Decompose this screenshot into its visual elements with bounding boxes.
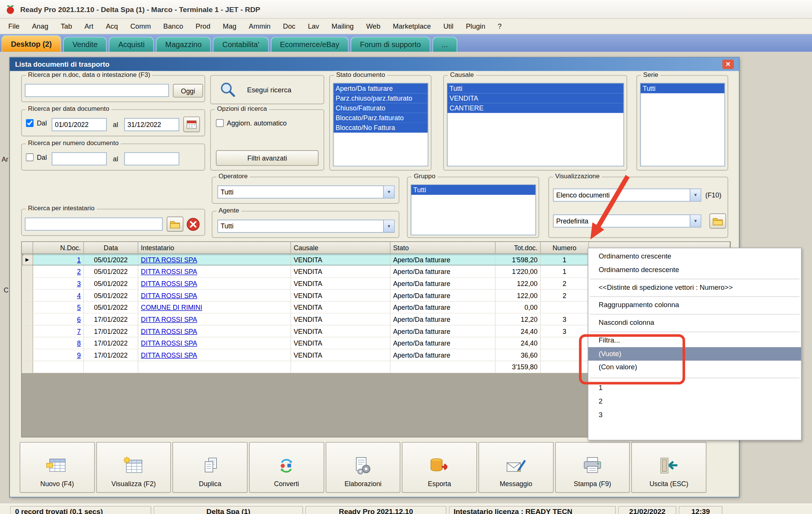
menu-item[interactable]: Comm [124,20,157,32]
doc-number-link[interactable]: 6 [77,315,81,323]
header-data[interactable]: Data [84,242,138,254]
list-option[interactable]: Chiuso/Fatturato [334,103,428,113]
esporta-button[interactable]: Esporta [402,442,477,493]
list-option[interactable]: VENDITA [447,93,624,103]
tab[interactable]: Forum di supporto [351,37,430,52]
dialog-titlebar[interactable]: Lista documenti di trasporto ✕ [10,58,739,71]
dal-checkbox[interactable] [26,119,34,127]
tab[interactable]: ... [432,37,457,52]
row-selector-cell[interactable] [22,278,33,290]
header-ndoc[interactable]: N.Doc. [33,242,84,254]
dal-checkbox-row[interactable]: Dal [26,119,47,127]
messaggio-button[interactable]: Messaggio [479,442,554,493]
row-selector-cell[interactable] [22,266,33,278]
row-selector-cell[interactable] [22,301,33,314]
context-menu-item[interactable] [588,294,801,298]
context-menu-item[interactable]: Ordinamento crescente [588,250,801,263]
elaborazioni-button[interactable]: Elaborazioni [325,442,400,493]
predefinita-select[interactable]: Predefinita ▼ [553,214,701,227]
menu-item[interactable]: Plugin [459,20,491,32]
intestatario-link[interactable]: DITTA ROSSI SPA [141,339,197,347]
intestatario-link[interactable]: DITTA ROSSI SPA [141,280,197,288]
menu-item[interactable]: Lav [302,20,325,32]
visualizzazione-select[interactable]: Elenco documenti ▼ [553,189,701,202]
agente-select[interactable]: Tutti ▼ [218,220,395,233]
chevron-down-icon[interactable]: ▼ [690,189,701,201]
row-selector-cell[interactable]: ▶ [22,254,33,266]
menu-item[interactable]: Web [360,20,387,32]
tab[interactable]: Vendite [63,37,107,52]
dal-checkbox-row[interactable]: Dal [26,153,47,161]
chevron-down-icon[interactable]: ▼ [383,220,394,232]
context-menu-item[interactable]: Nascondi colonna [588,316,801,330]
menu-item[interactable]: Mag [217,20,243,32]
doc-number-link[interactable]: 8 [77,339,81,347]
doc-number-link[interactable]: 7 [77,327,81,335]
serie-listbox[interactable]: Tutti [640,83,725,166]
list-option[interactable]: Bloccato/No Fattura [334,123,428,133]
filtri-avanzati-button[interactable]: Filtri avanzati [216,150,318,166]
doc-number-link[interactable]: 1 [77,256,81,264]
row-selector-cell[interactable] [22,326,33,338]
row-selector-cell[interactable] [22,290,33,302]
open-layout-button[interactable] [710,214,726,229]
context-menu-item[interactable]: Raggruppamento colonna [588,298,801,312]
tab[interactable]: Ecommerce/eBay [271,37,349,52]
aggiorn-automatico-checkbox[interactable] [216,119,224,127]
intestatario-link[interactable]: DITTA ROSSI SPA [141,351,197,359]
row-selector-cell[interactable] [22,349,33,361]
menu-item[interactable]: Acq [99,20,124,32]
list-option[interactable]: Parz.chiuso/parz.fatturato [334,93,428,103]
duplica-button[interactable]: Duplica [172,442,247,493]
clear-intestatario-button[interactable] [185,217,201,232]
header-numero[interactable]: Numero [541,242,589,254]
doc-number-link[interactable]: 9 [77,351,81,359]
dal-checkbox[interactable] [26,153,34,161]
list-option[interactable]: Tutti [411,185,536,195]
tab[interactable]: Acquisti [109,37,154,52]
visualizza-button[interactable]: Visualizza (F2) [96,442,171,493]
uscita-button[interactable]: Uscita (ESC) [632,442,707,493]
number-to-input[interactable] [124,152,179,165]
tab[interactable]: Magazzino [156,37,211,52]
browse-intestatario-button[interactable] [167,217,183,232]
intestatario-input[interactable] [25,218,163,231]
intestatario-link[interactable]: DITTA ROSSI SPA [141,268,197,275]
number-from-input[interactable] [52,152,107,165]
context-menu-item[interactable] [588,277,801,281]
context-menu-item[interactable]: (Vuote) [588,347,801,361]
context-menu-item[interactable]: <<Distinte di spedizione vettori : Numer… [588,281,801,294]
row-selector-cell[interactable] [22,337,33,349]
context-menu-item[interactable]: 1 [588,381,801,395]
menu-item[interactable]: Prod [189,20,217,32]
menu-item[interactable]: File [2,20,26,32]
menu-item[interactable]: Marketplace [387,20,437,32]
causale-listbox[interactable]: TuttiVENDITACANTIERE [447,83,624,166]
context-menu-item[interactable]: Ordinamento decrescente [588,263,801,277]
close-icon[interactable]: ✕ [722,60,734,69]
oggi-button[interactable]: Oggi [173,84,203,98]
doc-search-input[interactable] [25,84,169,97]
intestatario-link[interactable]: COMUNE DI RIMINI [141,303,202,311]
menu-item[interactable]: Banco [157,20,189,32]
converti-button[interactable]: Converti [249,442,324,493]
gruppo-listbox[interactable]: Tutti [411,185,536,236]
calendar-button[interactable] [183,116,200,132]
list-option[interactable]: Tutti [641,83,725,93]
menu-item[interactable]: ? [491,20,508,32]
operatore-select[interactable]: Tutti ▼ [218,185,395,198]
context-menu-item[interactable]: (Con valore) [588,361,801,374]
header-tot-doc[interactable]: Tot.doc. [496,242,541,254]
context-menu-item[interactable] [588,330,801,334]
intestatario-link[interactable]: DITTA ROSSI SPA [141,327,197,335]
esegui-ricerca-button[interactable]: Esegui ricerca [210,75,324,104]
list-option[interactable]: Bloccato/Parz.fatturato [334,113,428,123]
aggiorn-automatico-row[interactable]: Aggiorn. automatico [216,119,287,127]
intestatario-link[interactable]: DITTA ROSSI SPA [141,256,197,264]
nuovo-button[interactable]: Nuovo (F4) [20,442,95,493]
context-menu-item[interactable]: Filtra... [588,334,801,347]
menu-item[interactable]: Ammin [243,20,277,32]
menu-item[interactable]: Doc [277,20,302,32]
intestatario-link[interactable]: DITTA ROSSI SPA [141,315,197,323]
doc-number-link[interactable]: 2 [77,268,81,275]
